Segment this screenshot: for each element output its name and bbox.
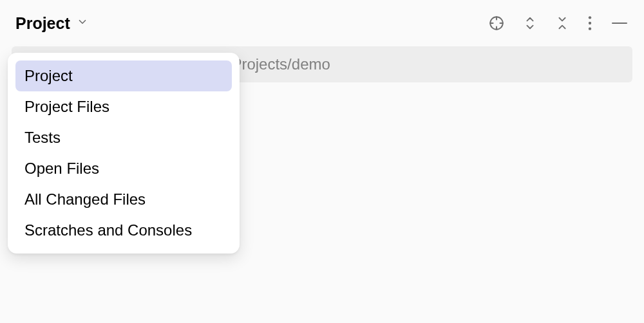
select-opened-file-icon[interactable] — [488, 15, 505, 32]
more-options-icon[interactable] — [587, 15, 592, 32]
dropdown-item-scratches-and-consoles[interactable]: Scratches and Consoles — [15, 215, 232, 246]
view-selector-label: Project — [15, 14, 70, 33]
dropdown-item-label: Project Files — [24, 98, 109, 115]
dropdown-item-label: Project — [24, 67, 73, 84]
dropdown-item-label: Scratches and Consoles — [24, 221, 192, 239]
view-selector-menu: Project Project Files Tests Open Files A… — [8, 53, 240, 254]
expand-collapse-icon[interactable] — [523, 15, 537, 32]
svg-point-5 — [589, 16, 591, 19]
hide-panel-icon[interactable] — [611, 15, 629, 32]
project-tool-window-toolbar: Project — [0, 0, 644, 46]
dropdown-item-label: Open Files — [24, 160, 99, 177]
dropdown-item-project[interactable]: Project — [15, 60, 232, 91]
dropdown-item-tests[interactable]: Tests — [15, 122, 232, 153]
svg-point-6 — [589, 22, 591, 24]
svg-point-7 — [589, 28, 591, 30]
dropdown-item-project-files[interactable]: Project Files — [15, 91, 232, 122]
dropdown-item-open-files[interactable]: Open Files — [15, 153, 232, 184]
view-selector-dropdown[interactable]: Project — [15, 14, 88, 33]
toolbar-right-group — [488, 15, 629, 32]
chevron-down-icon — [77, 16, 88, 30]
dropdown-item-label: Tests — [24, 129, 61, 146]
toolbar-left-group: Project — [15, 14, 88, 33]
dropdown-item-label: All Changed Files — [24, 190, 146, 208]
dropdown-item-all-changed-files[interactable]: All Changed Files — [15, 184, 232, 215]
collapse-all-icon[interactable] — [555, 15, 569, 32]
